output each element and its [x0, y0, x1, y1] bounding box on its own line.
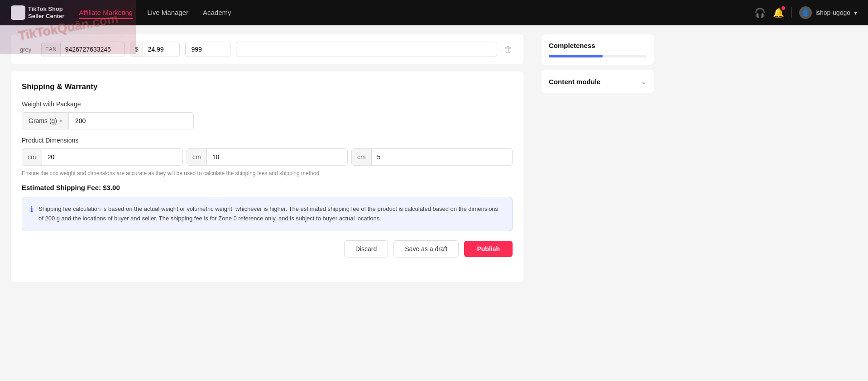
nav-live-manager[interactable]: Live Manager: [147, 7, 188, 19]
weight-unit-chevron: ▾: [60, 119, 62, 124]
dim3-prefix: cm: [352, 149, 372, 165]
dim1-field: cm: [22, 148, 183, 166]
progress-bar: [549, 55, 647, 57]
logo-text: TikTok Shop Seller Center: [28, 5, 64, 19]
completeness-card: Completeness: [542, 34, 654, 65]
logo-icon: [11, 5, 25, 20]
user-menu[interactable]: 👤 ishop-ugogo ▾: [799, 6, 857, 19]
delete-icon[interactable]: 🗑: [503, 43, 514, 56]
nav-academy[interactable]: Academy: [203, 7, 231, 19]
notification-dot: [782, 6, 785, 10]
dim3-field: cm: [351, 148, 513, 166]
weight-unit-text: Grams (g): [29, 117, 57, 124]
estimated-fee-label: Estimated Shipping Fee: $3.00: [22, 184, 513, 191]
price-input[interactable]: [143, 42, 179, 57]
info-icon: ℹ: [30, 205, 33, 214]
main-layout: grey EAN $ 🗑 Shipping & Warranty Weight …: [0, 25, 868, 381]
publish-button[interactable]: Publish: [464, 241, 513, 257]
weight-input[interactable]: [69, 113, 193, 129]
variant-row: grey EAN $ 🗑: [20, 42, 514, 57]
ean-badge: EAN: [42, 43, 61, 56]
dimensions-hint: Ensure the box weight and dimensions are…: [22, 170, 513, 176]
completeness-title: Completeness: [549, 42, 647, 49]
variant-label: grey: [20, 46, 36, 53]
content-module-card: Content module ⌄: [542, 70, 654, 93]
price-wrapper: $: [130, 42, 180, 57]
discard-button[interactable]: Discard: [344, 240, 388, 257]
content-module-title: Content module: [549, 78, 600, 86]
shipping-section-title: Shipping & Warranty: [22, 82, 513, 91]
dim3-input[interactable]: [372, 149, 512, 165]
dim2-field: cm: [187, 148, 348, 166]
price-symbol: $: [130, 42, 144, 57]
save-draft-button[interactable]: Save as a draft: [393, 240, 459, 257]
weight-row: Grams (g) ▾: [22, 112, 194, 129]
identifier-input[interactable]: [236, 42, 497, 57]
tiktok-logo: TikTok Shop Seller Center: [11, 5, 64, 20]
right-sidebar: Completeness Content module ⌄: [534, 25, 661, 381]
nav-affiliate-marketing[interactable]: Affiliate Marketing: [79, 7, 133, 19]
headset-icon[interactable]: 🎧: [754, 7, 766, 18]
ean-input[interactable]: [61, 42, 124, 57]
dim1-prefix: cm: [22, 149, 42, 165]
ean-wrapper: EAN: [41, 42, 125, 57]
notification-icon[interactable]: 🔔: [773, 7, 784, 18]
dimensions-row: cm cm cm: [22, 148, 513, 166]
content-module-chevron[interactable]: ⌄: [641, 77, 647, 86]
footer-actions: Discard Save as a draft Publish: [22, 231, 513, 271]
dimensions-label: Product Dimensions: [22, 137, 513, 144]
main-nav: Affiliate Marketing Live Manager Academy: [79, 7, 754, 19]
quantity-input[interactable]: [185, 42, 230, 57]
header-actions: 🎧 🔔 👤 ishop-ugogo ▾: [754, 6, 857, 19]
shipping-section: Shipping & Warranty Weight with Package …: [11, 71, 523, 282]
variant-row-card: grey EAN $ 🗑: [11, 34, 523, 64]
header: TikTok Shop Seller Center Affiliate Mark…: [0, 0, 868, 25]
info-box: ℹ Shipping fee calculation is based on t…: [22, 197, 513, 231]
user-menu-chevron: ▾: [854, 9, 857, 16]
header-divider: [791, 7, 792, 18]
progress-fill: [549, 55, 603, 57]
user-name: ishop-ugogo: [815, 9, 850, 16]
user-avatar: 👤: [799, 6, 812, 19]
weight-unit-select[interactable]: Grams (g) ▾: [22, 113, 69, 129]
weight-label: Weight with Package: [22, 100, 513, 108]
logo: TikTok Shop Seller Center: [11, 5, 64, 20]
dim2-input[interactable]: [207, 149, 347, 165]
dim1-input[interactable]: [42, 149, 182, 165]
dim2-prefix: cm: [187, 149, 207, 165]
info-text: Shipping fee calculation is based on the…: [38, 205, 504, 224]
content-area: grey EAN $ 🗑 Shipping & Warranty Weight …: [0, 25, 534, 381]
content-module-header: Content module ⌄: [549, 77, 647, 86]
